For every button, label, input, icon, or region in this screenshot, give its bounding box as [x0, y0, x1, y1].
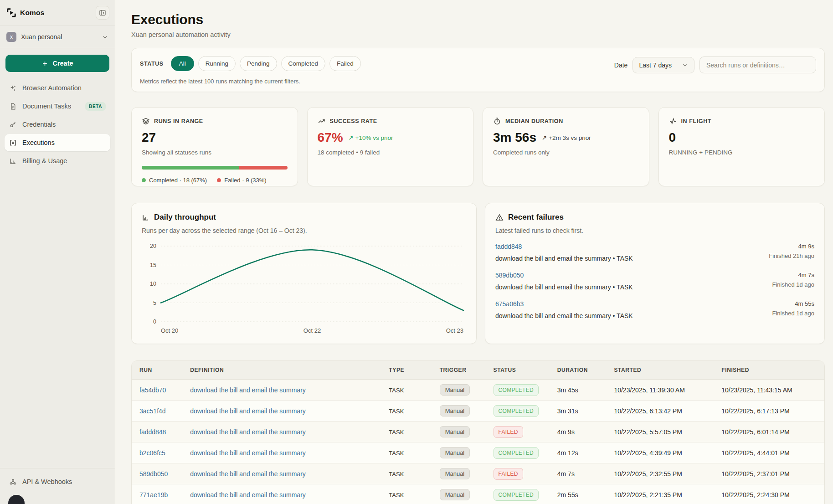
cell-definition: download the bill and email the summary	[186, 484, 385, 504]
status-badge: COMPLETED	[494, 384, 539, 396]
cell-finished: 10/22/2025, 6:01:14 PM	[718, 422, 824, 442]
komos-logo-icon	[6, 8, 16, 18]
panel-title: Recent failures	[508, 213, 564, 222]
trigger-chip: Manual	[440, 447, 470, 458]
sidebar-footer: API & Webhooks	[0, 468, 115, 504]
metric-label: MEDIAN DURATION	[505, 118, 563, 124]
status-pill-running[interactable]: Running	[198, 56, 236, 71]
sidebar-item-document-tasks[interactable]: Document TasksBETA	[5, 98, 110, 115]
date-range-select[interactable]: Last 7 days	[632, 57, 694, 73]
duration-value: 4m 7s	[557, 470, 575, 478]
run-id-link[interactable]: b2c06fc5	[139, 449, 165, 457]
definition-link[interactable]: download the bill and email the summary	[190, 491, 306, 499]
metric-delta: ↗ +2m 3s vs prior	[542, 134, 591, 141]
metric-label: RUNS IN RANGE	[154, 118, 203, 124]
status-split-bar	[142, 166, 288, 170]
sidebar-item-billing-usage[interactable]: Billing & Usage	[5, 152, 110, 170]
failure-run-link[interactable]: faddd848	[495, 243, 633, 250]
run-type: TASK	[389, 492, 404, 499]
cell-started: 10/22/2025, 5:57:05 PM	[610, 422, 718, 442]
failure-run-link[interactable]: 675a06b3	[495, 300, 633, 308]
cell-trigger: Manual	[436, 484, 490, 504]
failure-item: 675a06b3download the bill and email the …	[495, 295, 814, 324]
filter-bar: STATUS AllRunningPendingCompletedFailed …	[131, 48, 825, 92]
status-pill-failed[interactable]: Failed	[329, 56, 361, 71]
user-avatar[interactable]	[8, 495, 25, 504]
cell-started: 10/22/2025, 2:32:55 PM	[610, 463, 718, 484]
cell-type: TASK	[385, 484, 436, 504]
status-pill-completed[interactable]: Completed	[281, 56, 325, 71]
svg-text:Oct 22: Oct 22	[303, 327, 321, 334]
search-input[interactable]	[699, 57, 816, 73]
trigger-chip: Manual	[440, 489, 470, 500]
create-button[interactable]: Create	[5, 55, 109, 72]
green-dot-icon	[142, 178, 146, 182]
sidebar-header: Komos	[0, 0, 115, 26]
failure-run-link[interactable]: 589db050	[495, 272, 633, 279]
status-badge: COMPLETED	[494, 405, 539, 417]
failure-finished: Finished 1d ago	[772, 310, 814, 317]
run-id-link[interactable]: 589db050	[139, 470, 168, 478]
metric-label: IN FLIGHT	[681, 118, 712, 124]
sidebar-item-browser-automation[interactable]: Browser Automation	[5, 79, 110, 97]
sidebar-item-label: Executions	[22, 139, 55, 146]
trigger-chip: Manual	[440, 468, 470, 479]
metric-subtitle: 18 completed • 9 failed	[318, 149, 463, 156]
finished-value: 10/22/2025, 2:24:30 PM	[721, 491, 789, 499]
definition-link[interactable]: download the bill and email the summary	[190, 407, 306, 415]
column-header-duration: DURATION	[554, 361, 611, 380]
cell-type: TASK	[385, 442, 436, 463]
key-icon	[9, 121, 17, 129]
workspace-avatar: x	[6, 32, 16, 42]
status-pill-all[interactable]: All	[171, 56, 194, 71]
page-title: Executions	[131, 12, 825, 27]
cell-status: COMPLETED	[490, 380, 554, 401]
failure-item: 589db050download the bill and email the …	[495, 267, 814, 295]
sidebar-item-credentials[interactable]: Credentials	[5, 116, 110, 133]
run-id-link[interactable]: 3ac51f4d	[139, 407, 166, 415]
cell-run: fa54db70	[132, 380, 186, 401]
duration-value: 2m 55s	[557, 491, 578, 499]
workspace-selector[interactable]: x Xuan personal	[0, 26, 115, 48]
run-type: TASK	[389, 387, 404, 394]
svg-text:0: 0	[153, 319, 156, 325]
trending-up-icon	[318, 117, 326, 125]
definition-link[interactable]: download the bill and email the summary	[190, 386, 306, 394]
run-type: TASK	[389, 450, 404, 457]
cell-started: 10/22/2025, 2:21:35 PM	[610, 484, 718, 504]
status-pills: AllRunningPendingCompletedFailed	[171, 56, 361, 71]
finished-value: 10/22/2025, 6:17:13 PM	[721, 407, 789, 415]
cell-type: TASK	[385, 463, 436, 484]
sidebar-item-executions[interactable]: Executions	[5, 134, 110, 151]
cell-duration: 4m 9s	[554, 422, 611, 442]
cell-duration: 2m 55s	[554, 484, 611, 504]
layers-icon	[142, 117, 150, 125]
definition-link[interactable]: download the bill and email the summary	[190, 428, 306, 436]
run-id-link[interactable]: fa54db70	[139, 386, 166, 394]
definition-link[interactable]: download the bill and email the summary	[190, 470, 306, 478]
metric-subtitle: Showing all statuses runs	[142, 149, 288, 156]
status-pill-pending[interactable]: Pending	[240, 56, 277, 71]
finished-value: 10/22/2025, 6:01:14 PM	[721, 428, 789, 436]
metric-card-median-duration: MEDIAN DURATION 3m 56s ↗ +2m 3s vs prior…	[483, 107, 649, 186]
throughput-line-chart: 05101520Oct 20Oct 22Oct 23	[142, 240, 466, 338]
cell-finished: 10/22/2025, 4:44:01 PM	[718, 442, 824, 463]
sidebar-collapse-button[interactable]	[96, 6, 109, 20]
trigger-chip: Manual	[440, 426, 470, 437]
sidebar-nav: Browser AutomationDocument TasksBETACred…	[0, 77, 115, 172]
column-header-definition: DEFINITION	[186, 361, 385, 380]
run-id-link[interactable]: 771ae19b	[139, 491, 168, 499]
divider	[0, 48, 115, 48]
column-header-type: TYPE	[385, 361, 436, 380]
panel-title: Daily throughput	[154, 213, 216, 222]
metric-value: 27	[142, 130, 156, 145]
run-id-link[interactable]: faddd848	[139, 428, 166, 436]
status-badge: COMPLETED	[494, 447, 539, 459]
definition-link[interactable]: download the bill and email the summary	[190, 449, 306, 457]
sidebar-item-label: Document Tasks	[22, 103, 71, 110]
failure-finished: Finished 21h ago	[769, 252, 814, 259]
page-subtitle: Xuan personal automation activity	[131, 31, 825, 38]
beta-badge: BETA	[85, 102, 106, 111]
sidebar-item-api-webhooks[interactable]: API & Webhooks	[5, 473, 110, 490]
cell-trigger: Manual	[436, 380, 490, 401]
